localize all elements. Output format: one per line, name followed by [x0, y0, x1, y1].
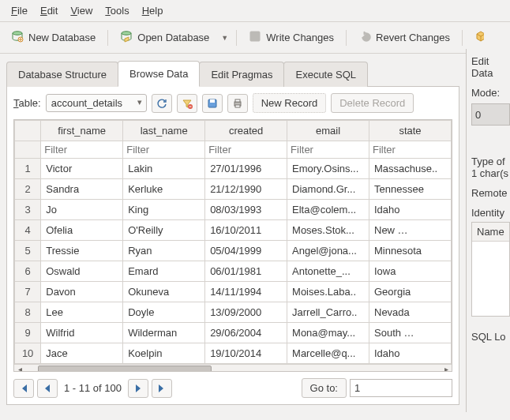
- cell-state[interactable]: Nevada: [369, 302, 452, 323]
- row-number[interactable]: 3: [15, 200, 41, 220]
- table-row[interactable]: 9WilfridWilderman29/06/2004Mona@may...So…: [15, 323, 452, 343]
- extra-toolbar-button[interactable]: [468, 27, 484, 48]
- cell-created[interactable]: 14/11/1994: [205, 282, 287, 302]
- table-row[interactable]: 2SandraKerluke21/12/1990Diamond.Gr...Ten…: [15, 179, 452, 200]
- tab-pragmas[interactable]: Edit Pragmas: [199, 62, 284, 87]
- filter-first_name[interactable]: [44, 144, 119, 156]
- table-select[interactable]: account_details: [46, 94, 147, 112]
- cell-email[interactable]: Moses.Stok...: [287, 220, 369, 241]
- cell-first_name[interactable]: Ofelia: [41, 220, 123, 241]
- cell-first_name[interactable]: Sandra: [41, 179, 123, 200]
- menu-help[interactable]: Help: [136, 2, 170, 19]
- cell-created[interactable]: 08/03/1993: [205, 200, 287, 220]
- cell-state[interactable]: Minnesota: [369, 241, 452, 261]
- tab-browse[interactable]: Browse Data: [118, 61, 200, 87]
- row-number[interactable]: 4: [15, 220, 41, 241]
- cell-email[interactable]: Angel@jona...: [287, 241, 369, 261]
- table-row[interactable]: 10JaceKoelpin19/10/2014Marcelle@q...Idah…: [15, 343, 452, 364]
- open-database-dropdown[interactable]: ▼: [219, 34, 231, 42]
- row-number[interactable]: 5: [15, 241, 41, 261]
- cell-first_name[interactable]: Jo: [41, 200, 123, 220]
- tab-structure[interactable]: Database Structure: [6, 62, 118, 87]
- cell-last_name[interactable]: Wilderman: [123, 323, 205, 343]
- open-database-button[interactable]: Open Database: [114, 27, 216, 48]
- menu-file[interactable]: File: [5, 2, 34, 19]
- table-row[interactable]: 8LeeDoyle13/09/2000Jarrell_Carro..Nevada: [15, 302, 452, 323]
- new-record-button[interactable]: New Record: [253, 93, 327, 113]
- cell-state[interactable]: Massachuse..: [369, 159, 452, 179]
- save-button[interactable]: [202, 94, 223, 113]
- cell-email[interactable]: Antonette_...: [287, 261, 369, 282]
- horizontal-scrollbar[interactable]: ◂ ▸: [14, 364, 452, 372]
- filter-last_name[interactable]: [126, 144, 201, 156]
- col-last_name[interactable]: last_name: [123, 121, 205, 141]
- refresh-button[interactable]: [152, 94, 172, 113]
- filter-email[interactable]: [291, 144, 366, 156]
- cell-created[interactable]: 21/12/1990: [205, 179, 287, 200]
- cell-created[interactable]: 16/10/2011: [205, 220, 287, 241]
- table-row[interactable]: 6OswaldEmard06/01/1981Antonette_...Iowa: [15, 261, 452, 282]
- clear-filters-button[interactable]: [177, 94, 197, 113]
- table-row[interactable]: 3JoKing08/03/1993Elta@colem...Idaho: [15, 200, 452, 220]
- cell-first_name[interactable]: Lee: [41, 302, 123, 323]
- side-value-box[interactable]: 0: [471, 103, 510, 126]
- cell-state[interactable]: South …: [369, 323, 452, 343]
- cell-state[interactable]: New …: [369, 220, 452, 241]
- goto-button[interactable]: Go to:: [302, 378, 347, 398]
- cell-state[interactable]: Idaho: [369, 343, 452, 364]
- col-first_name[interactable]: first_name: [41, 121, 123, 141]
- cell-first_name[interactable]: Jace: [41, 343, 123, 364]
- row-number[interactable]: 8: [15, 302, 41, 323]
- cell-last_name[interactable]: King: [123, 200, 205, 220]
- table-row[interactable]: 5TressieRyan05/04/1999Angel@jona...Minne…: [15, 241, 452, 261]
- cell-email[interactable]: Mona@may...: [287, 323, 369, 343]
- filter-state[interactable]: [373, 144, 448, 156]
- menu-tools[interactable]: Tools: [99, 2, 135, 19]
- cell-first_name[interactable]: Davon: [41, 282, 123, 302]
- row-number[interactable]: 9: [15, 323, 41, 343]
- cell-first_name[interactable]: Tressie: [41, 241, 123, 261]
- cell-created[interactable]: 05/04/1999: [205, 241, 287, 261]
- cell-created[interactable]: 29/06/2004: [205, 323, 287, 343]
- cell-last_name[interactable]: O'Reilly: [123, 220, 205, 241]
- goto-input[interactable]: [350, 379, 452, 397]
- row-number[interactable]: 1: [15, 159, 41, 179]
- row-number[interactable]: 6: [15, 261, 41, 282]
- cell-state[interactable]: Iowa: [369, 261, 452, 282]
- cell-first_name[interactable]: Wilfrid: [41, 323, 123, 343]
- cell-created[interactable]: 19/10/2014: [205, 343, 287, 364]
- cell-state[interactable]: Georgia: [369, 282, 452, 302]
- cell-created[interactable]: 06/01/1981: [205, 261, 287, 282]
- new-database-button[interactable]: New Database: [5, 27, 102, 48]
- table-row[interactable]: 1VictorLakin27/01/1996Emory.Osins...Mass…: [15, 159, 452, 179]
- side-list-header[interactable]: Name: [472, 223, 509, 242]
- print-button[interactable]: [227, 94, 248, 113]
- pager-prev[interactable]: [37, 379, 58, 398]
- row-number[interactable]: 10: [15, 343, 41, 364]
- cell-last_name[interactable]: Doyle: [123, 302, 205, 323]
- cell-last_name[interactable]: Kerluke: [123, 179, 205, 200]
- cell-email[interactable]: Jarrell_Carro..: [287, 302, 369, 323]
- cell-last_name[interactable]: Ryan: [123, 241, 205, 261]
- filter-created[interactable]: [208, 144, 283, 156]
- table-row[interactable]: 7DavonOkuneva14/11/1994Moises.Laba..Geor…: [15, 282, 452, 302]
- row-number[interactable]: 2: [15, 179, 41, 200]
- row-number[interactable]: 7: [15, 282, 41, 302]
- cell-state[interactable]: Idaho: [369, 200, 452, 220]
- cell-created[interactable]: 13/09/2000: [205, 302, 287, 323]
- col-created[interactable]: created: [205, 121, 287, 141]
- col-email[interactable]: email: [287, 121, 369, 141]
- cell-last_name[interactable]: Koelpin: [123, 343, 205, 364]
- menu-view[interactable]: View: [64, 2, 99, 19]
- pager-first[interactable]: [13, 379, 34, 398]
- cell-last_name[interactable]: Emard: [123, 261, 205, 282]
- cell-email[interactable]: Marcelle@q...: [287, 343, 369, 364]
- pager-last[interactable]: [152, 379, 172, 398]
- side-sql-log[interactable]: SQL Lo: [471, 331, 510, 343]
- cell-first_name[interactable]: Oswald: [41, 261, 123, 282]
- table-row[interactable]: 4OfeliaO'Reilly16/10/2011Moses.Stok...Ne…: [15, 220, 452, 241]
- cell-email[interactable]: Emory.Osins...: [287, 159, 369, 179]
- pager-next[interactable]: [128, 379, 148, 398]
- cell-first_name[interactable]: Victor: [41, 159, 123, 179]
- cell-email[interactable]: Diamond.Gr...: [287, 179, 369, 200]
